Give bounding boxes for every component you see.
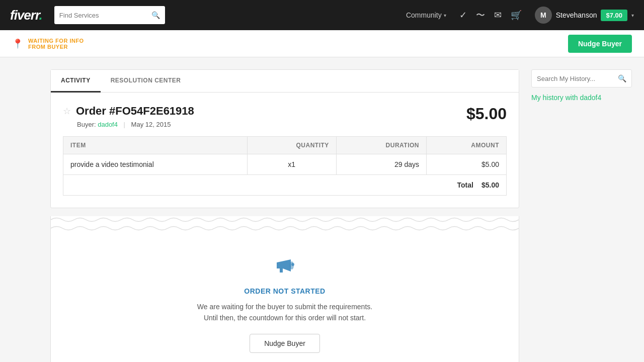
buyer-label: Buyer:	[77, 121, 96, 128]
order-card: ☆ Order #FO54F2E61918 Buyer: dadof4 | Ma…	[51, 93, 519, 208]
tabs: ACTIVITY RESOLUTION CENTER	[51, 70, 519, 93]
nudge-buyer-button-center[interactable]: Nudge Buyer	[250, 334, 320, 353]
user-chevron-icon: ▾	[631, 13, 634, 18]
order-meta: Buyer: dadof4 | May 12, 2015	[63, 121, 194, 128]
cart-icon[interactable]: 🛒	[511, 10, 522, 21]
pin-icon: 📍	[12, 38, 23, 49]
status-left: 📍 WAITING FOR INFO FROM BUYER	[12, 38, 84, 50]
tab-activity[interactable]: ACTIVITY	[51, 70, 101, 93]
history-search-input[interactable]	[537, 75, 615, 82]
order-price: $5.00	[466, 105, 507, 123]
total-value: $5.00	[481, 181, 499, 189]
sidebar: 🔍 My history with dadof4	[531, 69, 632, 362]
community-menu[interactable]: Community ▾	[406, 11, 446, 19]
col-item: ITEM	[63, 137, 248, 154]
order-status-title: ORDER NOT STARTED	[244, 287, 325, 295]
order-date: May 12, 2015	[131, 121, 171, 128]
avatar: M	[535, 7, 552, 24]
col-duration: DURATION	[336, 137, 426, 154]
order-status-desc: We are waiting for the buyer to submit t…	[197, 301, 372, 324]
checkmark-icon[interactable]: ✓	[459, 10, 467, 21]
buyer-link[interactable]: dadof4	[98, 121, 118, 128]
search-input[interactable]	[59, 12, 148, 19]
status-label-line2: FROM BUYER	[28, 44, 84, 50]
order-title: Order #FO54F2E61918	[76, 105, 194, 118]
order-header: ☆ Order #FO54F2E61918 Buyer: dadof4 | Ma…	[63, 105, 507, 128]
status-bar: 📍 WAITING FOR INFO FROM BUYER Nudge Buye…	[0, 30, 644, 57]
total-row: Total $5.00	[63, 175, 507, 196]
order-title-row: ☆ Order #FO54F2E61918	[63, 105, 194, 118]
separator: |	[124, 121, 125, 128]
favorite-star-icon[interactable]: ☆	[63, 106, 71, 117]
sidebar-search-box[interactable]: 🔍	[531, 69, 632, 87]
search-icon: 🔍	[151, 11, 160, 19]
status-label-line1: WAITING FOR INFO	[28, 38, 84, 44]
wavy-separator-2	[50, 225, 519, 233]
order-status-card: ORDER NOT STARTED We are waiting for the…	[50, 233, 519, 362]
history-link[interactable]: My history with dadof4	[531, 94, 601, 102]
search-box[interactable]: 🔍	[54, 6, 165, 24]
order-table: ITEM QUANTITY DURATION AMOUNT provide a …	[63, 136, 507, 175]
community-label: Community	[406, 11, 442, 19]
table-row: provide a video testimonial x1 29 days $…	[63, 154, 507, 175]
tab-resolution-center[interactable]: RESOLUTION CENTER	[101, 70, 191, 93]
item-duration: 29 days	[336, 154, 426, 175]
wavy-separator-1	[50, 216, 519, 225]
community-chevron-icon: ▾	[444, 13, 446, 18]
fiverr-logo[interactable]: fiverr.	[10, 8, 42, 23]
col-amount: AMOUNT	[427, 137, 507, 154]
total-label: Total	[457, 181, 473, 189]
item-quantity: x1	[247, 154, 336, 175]
balance-badge: $7.00	[601, 10, 627, 21]
order-section: ACTIVITY RESOLUTION CENTER ☆ Order #FO54…	[50, 69, 519, 208]
order-title-section: ☆ Order #FO54F2E61918 Buyer: dadof4 | Ma…	[63, 105, 194, 128]
col-quantity: QUANTITY	[247, 137, 336, 154]
main-layout: ACTIVITY RESOLUTION CENTER ☆ Order #FO54…	[0, 57, 644, 362]
username: Stevehanson	[556, 11, 597, 19]
sidebar-search-icon: 🔍	[618, 74, 626, 82]
megaphone-icon	[273, 253, 297, 279]
nav-icons: ✓ 〜 ✉ 🛒	[459, 9, 522, 21]
status-text: WAITING FOR INFO FROM BUYER	[28, 38, 84, 50]
item-name: provide a video testimonial	[63, 154, 248, 175]
navbar: fiverr. 🔍 Community ▾ ✓ 〜 ✉ 🛒 M Stevehan…	[0, 0, 644, 30]
messages-icon[interactable]: ✉	[494, 10, 502, 21]
nudge-buyer-button-top[interactable]: Nudge Buyer	[568, 35, 632, 53]
analytics-icon[interactable]: 〜	[476, 9, 485, 21]
item-amount: $5.00	[427, 154, 507, 175]
user-menu[interactable]: M Stevehanson $7.00 ▾	[535, 7, 634, 24]
content-area: ACTIVITY RESOLUTION CENTER ☆ Order #FO54…	[50, 69, 519, 362]
svg-point-1	[291, 263, 294, 266]
